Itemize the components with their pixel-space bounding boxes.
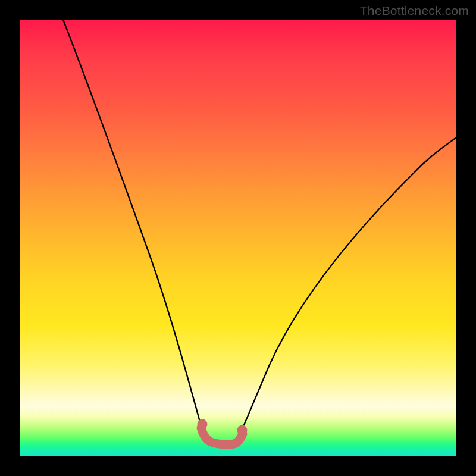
watermark-text: TheBottleneck.com (360, 4, 469, 18)
bottom-marker-left-lobe (198, 419, 208, 430)
curve-right-branch (241, 137, 456, 431)
bottom-marker-right-lobe (237, 425, 248, 436)
chart-svg (20, 20, 456, 456)
bottom-marker-path (201, 428, 243, 444)
curve-left-branch (63, 20, 202, 431)
plot-area (20, 20, 456, 456)
chart-frame: TheBottleneck.com (0, 0, 476, 476)
